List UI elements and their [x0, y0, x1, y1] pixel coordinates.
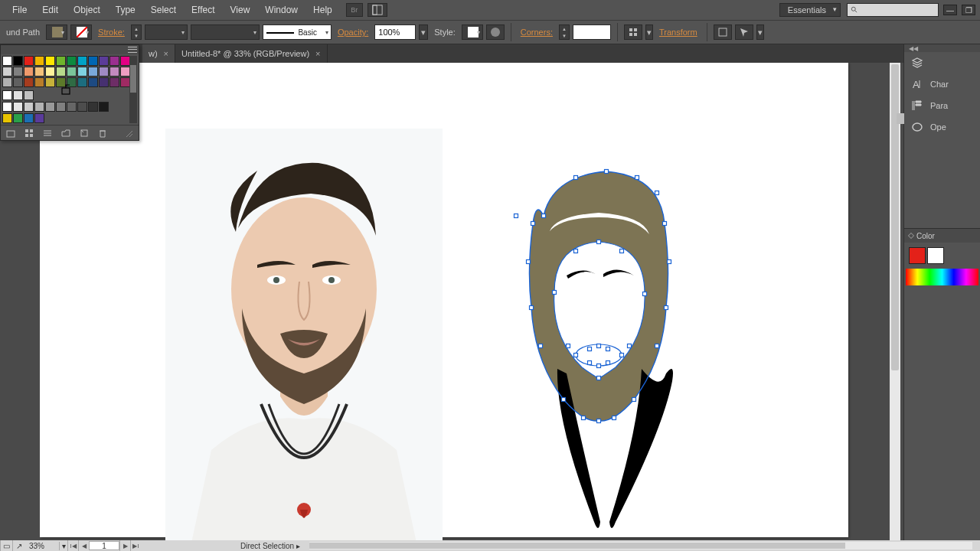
swatch-cell[interactable]: [109, 67, 119, 77]
color-spectrum[interactable]: [906, 269, 978, 285]
bridge-button[interactable]: Br: [346, 3, 363, 17]
transform-label[interactable]: Transform: [656, 28, 701, 37]
align-button[interactable]: [624, 24, 642, 40]
brush-definition-dd[interactable]: Basic: [263, 24, 332, 40]
zoom-field[interactable]: 33%: [24, 542, 60, 550]
swatch-cell[interactable]: [67, 77, 77, 87]
delete-swatch-icon[interactable]: [97, 128, 108, 139]
swatch-scrollbar[interactable]: [129, 56, 137, 123]
swatch-cell[interactable]: [88, 102, 98, 112]
swatch-cell[interactable]: [34, 113, 44, 123]
screen-mode-icon[interactable]: ↗: [12, 540, 24, 551]
character-panel-button[interactable]: AChar: [904, 73, 980, 95]
swatch-cell[interactable]: [2, 56, 12, 66]
swatch-cell[interactable]: [45, 77, 55, 87]
document-tab-2[interactable]: Untitled-8* @ 33% (RGB/Preview)×: [175, 44, 328, 63]
swatch-libraries-icon[interactable]: [5, 128, 16, 139]
swatch-cell[interactable]: [34, 67, 44, 77]
canvas-viewport[interactable]: [40, 63, 888, 540]
vertical-scrollbar[interactable]: [890, 63, 900, 540]
swatch-cell[interactable]: [24, 102, 34, 112]
search-box[interactable]: [847, 3, 939, 17]
swatch-cell[interactable]: [2, 113, 12, 123]
recolor-button[interactable]: [486, 24, 505, 40]
color-fill-swatch[interactable]: [909, 247, 926, 264]
panel-menu-icon[interactable]: [128, 46, 137, 54]
dock-divider-handle[interactable]: [897, 113, 904, 124]
opacity-dd[interactable]: ▾: [419, 24, 428, 40]
artboard-nav-icon[interactable]: ▭: [0, 540, 12, 551]
swatch-cell[interactable]: [56, 67, 66, 77]
opacity-field[interactable]: 100%: [374, 24, 416, 40]
select-similar-button[interactable]: [735, 24, 753, 40]
menu-select[interactable]: Select: [143, 2, 184, 18]
swatch-cell[interactable]: [24, 113, 34, 123]
swatch-cell[interactable]: [88, 67, 98, 77]
swatch-grid[interactable]: [2, 56, 128, 87]
swatch-cell[interactable]: [45, 67, 55, 77]
swatch-cell[interactable]: [45, 56, 55, 66]
opacity-label[interactable]: Opacity:: [335, 28, 371, 37]
swatch-cell[interactable]: [45, 102, 55, 112]
swatch-cell[interactable]: [67, 56, 77, 66]
stroke-weight-spinner[interactable]: ▲▼: [131, 24, 142, 40]
collapse-dock-button[interactable]: ◀◀: [904, 44, 980, 52]
variable-width-dd[interactable]: [191, 24, 260, 40]
swatch-cell[interactable]: [99, 77, 109, 87]
swatch-cell[interactable]: [24, 56, 34, 66]
swatch-cell[interactable]: [13, 77, 23, 87]
swatch-cell[interactable]: [13, 90, 23, 100]
swatch-cell[interactable]: [2, 102, 12, 112]
corners-label[interactable]: Corners:: [518, 28, 556, 37]
swatch-cell[interactable]: [24, 77, 34, 87]
swatch-cell[interactable]: [56, 77, 66, 87]
swatch-cell[interactable]: [34, 77, 44, 87]
swatch-cell[interactable]: [56, 56, 66, 66]
swatch-cell[interactable]: [99, 56, 109, 66]
menu-view[interactable]: View: [223, 2, 258, 18]
menu-object[interactable]: Object: [66, 2, 108, 18]
opentype-panel-button[interactable]: Ope: [904, 116, 980, 138]
color-panel[interactable]: Color: [904, 228, 980, 290]
fill-swatch[interactable]: [46, 24, 67, 40]
select-similar-dd[interactable]: ▾: [756, 24, 764, 40]
swatch-cell[interactable]: [67, 102, 77, 112]
resize-grip-icon[interactable]: [123, 128, 134, 139]
graphic-style-dd[interactable]: [462, 24, 483, 40]
workspace-switcher[interactable]: Essentials: [779, 3, 841, 17]
window-maximize[interactable]: ❐: [962, 5, 975, 15]
paragraph-panel-button[interactable]: Para: [904, 95, 980, 116]
swatch-cell[interactable]: [99, 102, 109, 112]
menu-edit[interactable]: Edit: [34, 2, 66, 18]
swatch-cell[interactable]: [109, 56, 119, 66]
horizontal-scrollbar[interactable]: [309, 542, 972, 549]
swatch-options-icon[interactable]: [42, 128, 53, 139]
swatch-cell[interactable]: [2, 67, 12, 77]
document-tab-1[interactable]: w)×: [142, 44, 175, 63]
swatch-cell[interactable]: [67, 67, 77, 77]
swatch-cell[interactable]: [77, 77, 87, 87]
swatch-cell[interactable]: [13, 56, 23, 66]
corners-spinner[interactable]: ▲▼: [559, 24, 570, 40]
swatch-cell[interactable]: [13, 102, 23, 112]
swatch-cell[interactable]: [2, 90, 12, 100]
close-icon[interactable]: ×: [315, 49, 320, 58]
color-stroke-swatch[interactable]: [927, 247, 944, 264]
swatch-cell[interactable]: [34, 56, 44, 66]
new-swatch-icon[interactable]: [79, 128, 90, 139]
swatch-cell[interactable]: [77, 102, 87, 112]
menu-type[interactable]: Type: [108, 2, 143, 18]
corners-field[interactable]: [573, 24, 611, 40]
arrange-docs-button[interactable]: [368, 3, 387, 17]
swatch-cell[interactable]: [109, 77, 119, 87]
isolate-button[interactable]: [714, 24, 732, 40]
swatch-cell[interactable]: [24, 90, 34, 100]
swatch-cell[interactable]: [77, 56, 87, 66]
close-icon[interactable]: ×: [164, 49, 168, 58]
swatch-cell[interactable]: [77, 67, 87, 77]
artboard-page-nav[interactable]: I◀◀ 1 ▶▶I: [67, 540, 141, 551]
swatch-cell[interactable]: [56, 102, 66, 112]
menu-window[interactable]: Window: [257, 2, 305, 18]
swatch-cell[interactable]: [13, 113, 23, 123]
stroke-label[interactable]: Stroke:: [95, 28, 128, 37]
